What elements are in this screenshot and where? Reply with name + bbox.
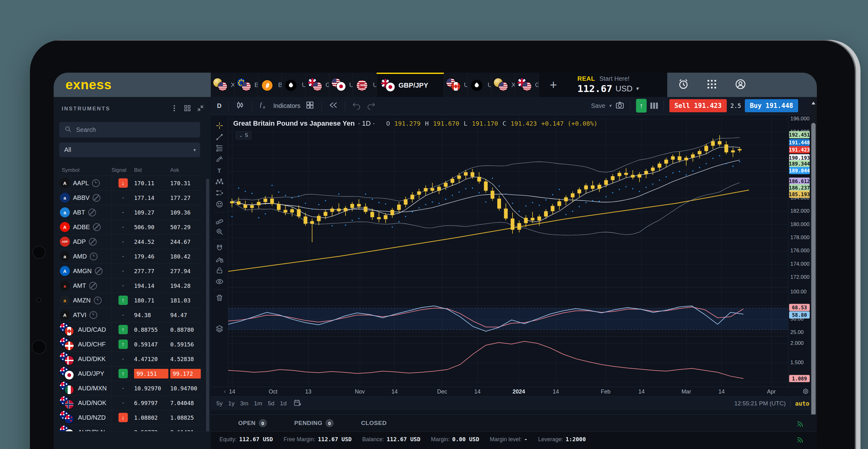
bid-value[interactable]: 94.38 <box>134 312 170 318</box>
fx-icon[interactable]: fx <box>259 100 268 111</box>
tool-magnet-icon[interactable] <box>213 243 226 253</box>
indicators-legend-toggle[interactable]: ⌄5 <box>236 131 251 139</box>
range-1m[interactable]: 1m <box>254 400 262 407</box>
ask-value[interactable]: 170.31 <box>170 180 203 186</box>
sidebar-collapse-icon[interactable] <box>196 104 205 114</box>
quick-trade-button[interactable]: ↑ <box>636 99 647 113</box>
tab-e[interactable]: E <box>235 73 258 97</box>
ask-value[interactable]: 0.88780 <box>170 326 203 333</box>
ask-value[interactable]: 1.08825 <box>170 414 203 421</box>
ask-value[interactable]: 4.52838 <box>170 356 203 362</box>
tab-gbp-jpy[interactable]: GBP/JPY <box>377 73 444 97</box>
price-axis[interactable]: 196.000194.000184.000182.000180.000178.0… <box>788 115 810 387</box>
interval-button[interactable]: D <box>217 102 221 110</box>
chevron-down-icon[interactable]: ▾ <box>609 103 611 109</box>
undo-icon[interactable] <box>352 100 361 111</box>
tool-smiley-icon[interactable] <box>213 199 226 209</box>
tab-b[interactable]: ฿B <box>258 73 282 97</box>
ask-value[interactable]: 194.28 <box>170 282 203 289</box>
save-button[interactable]: Save <box>591 102 606 110</box>
camera-icon[interactable] <box>615 100 624 111</box>
watchlist-row-abbv[interactable]: aABBV-177.14177.27 <box>59 190 203 205</box>
ask-value[interactable]: 109.36 <box>170 209 203 216</box>
range-5d[interactable]: 5d <box>268 400 274 407</box>
sidebar-menu-icon[interactable] <box>170 104 178 114</box>
range-1y[interactable]: 1y <box>228 400 235 407</box>
tool-layers-icon[interactable] <box>213 323 226 334</box>
tool-crosshair-icon[interactable] <box>213 120 226 131</box>
ask-value[interactable]: 277.94 <box>170 268 203 274</box>
ask-value[interactable]: 244.67 <box>170 239 203 245</box>
watchlist-row-aud-nok[interactable]: AUD/NOK-6.997977.04048 <box>59 395 203 410</box>
page-scrollbar[interactable] <box>810 99 817 449</box>
bid-value[interactable]: 99.151 <box>134 369 168 379</box>
clock-utc[interactable]: 12:55:21 PM (UTC) <box>734 400 786 407</box>
tool-trend-icon[interactable] <box>213 131 226 142</box>
bid-value[interactable]: 194.14 <box>134 282 170 289</box>
bid-value[interactable]: 506.90 <box>134 224 170 231</box>
bid-value[interactable]: 180.71 <box>134 297 170 304</box>
scroll-up-arrow[interactable] <box>812 102 815 104</box>
watchlist-row-abt[interactable]: aABT-109.27109.36 <box>59 205 203 219</box>
tool-brush-icon[interactable] <box>213 154 226 164</box>
timeline-collapse-icon[interactable]: ‹ <box>224 388 226 395</box>
layout-grid-icon[interactable] <box>305 100 315 111</box>
bid-value[interactable]: 277.77 <box>134 268 170 274</box>
ask-value[interactable]: 7.04048 <box>170 400 203 406</box>
tab-x[interactable]: X <box>211 73 235 97</box>
bid-value[interactable]: 109.27 <box>134 209 170 216</box>
watchlist-row-aud-dkk[interactable]: AUD/DKK-4.471204.52838 <box>59 351 203 366</box>
tab-g[interactable]: G <box>515 73 539 97</box>
tool-zoomin-icon[interactable] <box>213 227 226 237</box>
tab-u[interactable]: U <box>329 73 353 97</box>
ask-value[interactable]: 10.94700 <box>170 385 203 392</box>
scrollbar-thumb[interactable] <box>811 123 816 416</box>
tool-drawlock-icon[interactable] <box>213 254 226 264</box>
tool-text-icon[interactable]: T <box>213 165 226 176</box>
watchlist-row-aud-chf[interactable]: AUD/CHF↑0.591470.59156 <box>59 337 203 351</box>
price-chart[interactable] <box>228 117 788 387</box>
ask-value[interactable]: 180.42 <box>170 253 203 260</box>
watchlist-row-aud-jpy[interactable]: AUD/JPY↑99.15199.172 <box>59 366 203 381</box>
bid-value[interactable]: 0.59147 <box>134 341 170 348</box>
ask-value[interactable]: 94.47 <box>170 312 203 318</box>
tab-x[interactable]: X <box>491 73 515 97</box>
add-tab-button[interactable]: + <box>546 77 561 93</box>
watchlist-row-amgn[interactable]: AAMGN-277.77277.94 <box>59 264 203 278</box>
tool-trash-icon[interactable] <box>213 293 226 303</box>
tab-open[interactable]: OPEN 0 <box>238 419 267 427</box>
ask-value[interactable]: 99.172 <box>170 369 201 379</box>
watchlist-row-adbe[interactable]: AADBE-506.90507.29 <box>59 219 203 234</box>
sidebar-layout-icon[interactable] <box>183 104 191 114</box>
search-input[interactable] <box>75 126 183 134</box>
tool-fib-icon[interactable] <box>213 143 226 153</box>
bid-value[interactable]: 177.14 <box>134 194 170 201</box>
tool-forecast-icon[interactable] <box>213 188 226 198</box>
tool-eye-icon[interactable] <box>213 276 226 287</box>
tab-u[interactable]: U <box>468 73 491 97</box>
watchlist-row-aapl[interactable]: AAAPL↓170.11170.31 <box>59 176 203 190</box>
go-to-date-icon[interactable] <box>293 399 302 409</box>
tab-u[interactable]: U <box>282 73 306 97</box>
tab-closed[interactable]: CLOSED <box>361 420 386 426</box>
bid-value[interactable]: 10.92970 <box>134 385 170 392</box>
bid-value[interactable]: 170.11 <box>134 180 170 186</box>
instrument-filter-select[interactable]: All ▾ <box>59 143 200 157</box>
rewind-icon[interactable] <box>329 100 338 111</box>
tab-u[interactable]: 500U <box>353 73 377 97</box>
watchlist-row-atvi[interactable]: AATVI-94.3894.47 <box>59 307 203 322</box>
range-3m[interactable]: 3m <box>240 400 248 407</box>
tab-g[interactable]: G <box>306 73 329 97</box>
watchlist-row-amzn[interactable]: aAMZN↑180.71181.03 <box>59 293 203 307</box>
bid-value[interactable]: 6.99797 <box>134 400 170 406</box>
watchlist-row-amt[interactable]: ▲AMT-194.14194.28 <box>59 278 203 293</box>
range-5y[interactable]: 5y <box>216 400 223 407</box>
watchlist-row-aud-nzd[interactable]: AUD/NZD↓1.088021.08825 <box>59 410 203 425</box>
bid-value[interactable]: 0.88755 <box>134 326 170 333</box>
tab-u[interactable]: U <box>444 73 468 97</box>
sell-button[interactable]: Sell 191.423 <box>670 99 727 112</box>
range-1d[interactable]: 1d <box>280 400 286 407</box>
chart-title[interactable]: Great Britain Pound vs Japanese Yen <box>233 119 355 127</box>
redo-icon[interactable] <box>366 100 376 111</box>
time-axis[interactable]: ‹ 14Oct13Nov14Dec14202414Feb14Mar14Apr <box>211 387 817 397</box>
